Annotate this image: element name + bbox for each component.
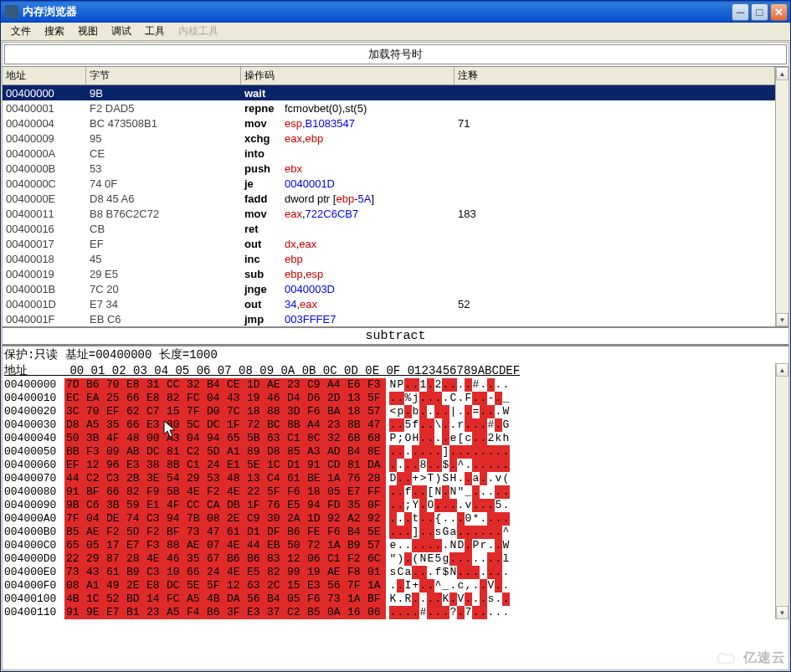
menu-kernel[interactable]: 内核工具 (172, 23, 225, 40)
mnemonic: mov (244, 117, 285, 130)
hex-ascii: ..f..[N.N"_..... (389, 485, 510, 499)
mnemonic: mov (244, 208, 285, 220)
disasm-scrollbar[interactable]: ▲ ▼ (775, 67, 788, 326)
opcode-cell: xchgeax,ebp (241, 132, 455, 145)
scroll-up-icon[interactable]: ▲ (776, 363, 788, 377)
bytes-cell: 29 E5 (86, 268, 241, 280)
hex-row[interactable]: 004000203C70EF62C7157FD07C18883DF6BA1857… (4, 405, 773, 418)
menu-tools[interactable]: 工具 (138, 23, 172, 40)
hex-row[interactable]: 00400040503B4F4800A30494655B63C18C326B68… (4, 432, 773, 445)
opcode-cell: outdx,eax (241, 238, 455, 250)
header-bytes[interactable]: 字节 (86, 67, 241, 85)
hex-row[interactable]: 0040008091BF6682F95B4EF24E225FF61805E7FF… (4, 485, 773, 499)
disasm-row[interactable]: 0040001929 E5subebp,esp (3, 266, 775, 281)
hex-addr: 00400050 (4, 445, 64, 459)
scroll-track[interactable] (776, 377, 788, 606)
header-opcode[interactable]: 操作码 (241, 67, 455, 85)
scroll-down-icon[interactable]: ▼ (776, 313, 788, 326)
opcode-cell: moveax,722C6CB7 (241, 208, 455, 220)
menu-search[interactable]: 搜索 (38, 23, 71, 40)
operand: ebx (285, 162, 302, 175)
addr-cell: 00400017 (3, 238, 86, 250)
addr-cell: 0040001B (3, 283, 86, 295)
addr-cell: 00400009 (3, 132, 86, 145)
disasm-row[interactable]: 0040000ACEinto (3, 146, 775, 161)
close-button[interactable]: ✕ (770, 3, 788, 21)
disasm-row[interactable]: 0040000C74 0Fje0040001D (3, 176, 775, 191)
hex-addr: 00400060 (4, 459, 64, 472)
hex-rows[interactable]: 004000007DB670E831CC32B4CE1DAE23C9A4E6F3… (3, 378, 775, 619)
disasm-row[interactable]: 004000009Bwait (3, 85, 775, 100)
hex-bytes: 3C70EF62C7157FD07C18883DF6BA1857 (64, 405, 386, 418)
scroll-track[interactable] (776, 80, 788, 313)
mnemonic: wait (244, 87, 285, 100)
disasm-row[interactable]: 0040000ED8 45 A6fadddword ptr [ebp-5A] (3, 191, 775, 206)
hex-row[interactable]: 004001004B1C52BD14FCA54BDA56B405F6731ABF… (4, 592, 773, 606)
hex-row[interactable]: 00400050BBF309ABDC81C25DA189D885A3ADB48E… (4, 445, 773, 459)
disasm-row[interactable]: 0040001845incebp (3, 251, 775, 266)
hex-row[interactable]: 00400060EF1296E3388BC124E15E1CD191CD81DA… (4, 459, 773, 472)
disasm-row[interactable]: 0040000995xchgeax,ebp (3, 131, 775, 146)
disasm-row[interactable]: 00400017EFoutdx,eax (3, 236, 775, 251)
mnemonic: out (244, 238, 285, 250)
hex-row[interactable]: 004000007DB670E831CC32B4CE1DAE23C9A4E6F3… (4, 378, 773, 392)
hex-addr: 004000E0 (4, 566, 64, 579)
disasm-row[interactable]: 0040000B53pushebx (3, 161, 775, 176)
menu-view[interactable]: 视图 (71, 23, 105, 40)
scroll-down-icon[interactable]: ▼ (776, 606, 788, 619)
addr-cell: 0040000A (3, 147, 86, 160)
operand: ebp (285, 253, 303, 265)
hex-row[interactable]: 00400010ECEA2566E882FC04431946D4D62D135F… (4, 392, 773, 405)
disasm-row[interactable]: 0040001FEB C6jmp003FFFE7 (3, 311, 775, 326)
maximize-button[interactable]: □ (751, 3, 768, 21)
bytes-cell: 95 (86, 132, 241, 145)
hex-row[interactable]: 004000F008A1492EE8DC5E5F12632C15E3567F1A… (4, 579, 773, 592)
content-area: 加载符号时 地址 字节 操作码 注释 004000009Bwait0040000… (2, 42, 789, 670)
disasm-row[interactable]: 00400001F2 DAD5repnefcmovbet(0),st(5) (3, 100, 775, 115)
hex-row[interactable]: 004000909BC63B59E14FCCCADB1F76E594FD350F… (4, 499, 773, 512)
operand: 003FFFE7 (285, 313, 336, 326)
hex-row[interactable]: 00400110919EE7B123A5F4B63FE337C2B50A1606… (4, 606, 773, 619)
disasm-row[interactable]: 0040001DE7 34out34,eax52 (3, 296, 775, 311)
header-comment[interactable]: 注释 (455, 67, 775, 85)
disasm-row[interactable]: 00400016CBret (3, 221, 775, 236)
hex-bytes: B5AEF25DF2BF734761D1DFB6FEF6B45E (64, 526, 386, 539)
hex-row[interactable]: 00400030D8A53566E3805CDC1F72BC8BA4238B47… (4, 418, 773, 432)
hex-addr: 00400070 (4, 472, 64, 485)
mnemonic: xchg (244, 132, 285, 145)
disasm-rows[interactable]: 004000009Bwait00400001F2 DAD5repnefcmovb… (3, 85, 775, 326)
minimize-button[interactable]: ─ (732, 3, 749, 21)
hex-bytes: 650517E7F388AE074E44EB50721AB957 (64, 539, 386, 552)
hex-row[interactable]: 004000A07F04DE74C3947B082EC9302A1D92A292… (4, 512, 773, 526)
main-window: 内存浏览器 ─ □ ✕ 文件 搜索 视图 调试 工具 内核工具 加载符号时 地址… (0, 0, 791, 672)
opcode-cell: movesp,B1083547 (241, 117, 455, 130)
app-icon (5, 5, 18, 18)
operand: ebp,esp (285, 268, 323, 280)
operand: fcmovbet(0),st(5) (285, 102, 367, 115)
menu-debug[interactable]: 调试 (105, 23, 138, 40)
hex-ascii: sCa...f$N....... (389, 566, 510, 579)
header-address[interactable]: 地址 (3, 67, 86, 85)
hex-scrollbar[interactable]: ▲ ▼ (775, 363, 788, 619)
hex-bytes: 44C2C32B3E5429534813C461BE1A7628 (64, 472, 386, 485)
hex-row[interactable]: 004000E0734361B9C31066244EE5829919AEF801… (4, 566, 773, 579)
bytes-cell: F2 DAD5 (86, 102, 241, 115)
hex-row[interactable]: 004000D0222987284E463567B6B6831206C1F26C… (4, 552, 773, 566)
disasm-row[interactable]: 0040001B7C 20jnge0040003D (3, 281, 775, 296)
hex-addr: 004000A0 (4, 512, 64, 526)
disasm-row[interactable]: 00400011B8 B76C2C72moveax,722C6CB7183 (3, 206, 775, 221)
hex-row[interactable]: 004000B0B5AEF25DF2BF734761D1DFB6FEF6B45E… (4, 526, 773, 539)
scroll-up-icon[interactable]: ▲ (776, 67, 788, 80)
disasm-row[interactable]: 00400004BC 473508B1movesp,B108354771 (3, 115, 775, 131)
opcode-cell: fadddword ptr [ebp-5A] (241, 192, 455, 205)
divider-label: subtract (3, 326, 788, 346)
hex-row[interactable]: 004000C0650517E7F388AE074E44EB50721AB957… (4, 539, 773, 552)
hex-row[interactable]: 0040007044C2C32B3E5429534813C461BE1A7628… (4, 472, 773, 485)
mnemonic: jmp (244, 313, 285, 326)
hex-body: 地址 00 01 02 03 04 05 06 07 08 09 0A 0B 0… (3, 363, 788, 619)
disasm-headers: 地址 字节 操作码 注释 (3, 67, 775, 85)
titlebar[interactable]: 内存浏览器 ─ □ ✕ (1, 1, 790, 23)
menu-file[interactable]: 文件 (4, 23, 38, 40)
operand: 34,eax (285, 298, 317, 310)
bytes-cell: 74 0F (86, 177, 241, 190)
